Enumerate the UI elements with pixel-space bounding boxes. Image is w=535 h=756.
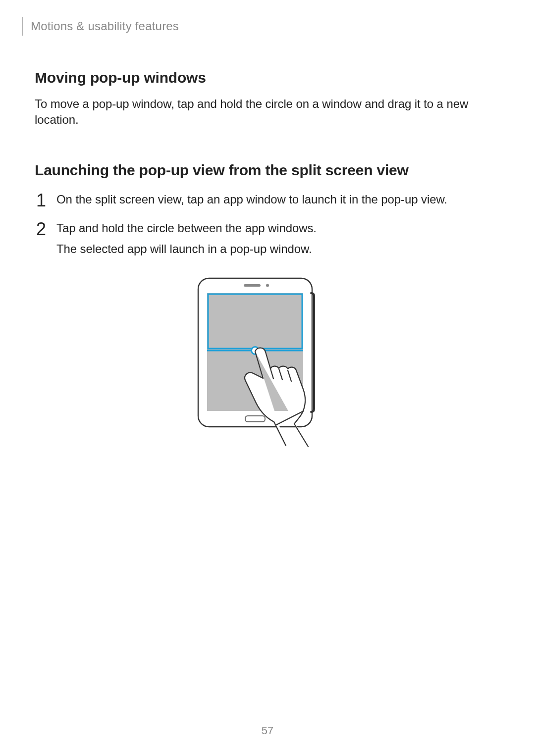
- page-number: 57: [0, 724, 535, 737]
- step-text: Tap and hold the circle between the app …: [56, 220, 500, 236]
- step-number: 1: [35, 192, 48, 209]
- svg-rect-1: [244, 284, 261, 287]
- steps-list: 1 On the split screen view, tap an app w…: [35, 192, 500, 257]
- breadcrumb-divider: [22, 17, 23, 36]
- step-text: The selected app will launch in a pop-up…: [56, 241, 500, 257]
- breadcrumb: Motions & usability features: [22, 17, 500, 36]
- paragraph-moving-popup: To move a pop-up window, tap and hold th…: [35, 96, 500, 128]
- svg-rect-5: [208, 294, 302, 349]
- step-number: 2: [35, 220, 48, 238]
- step-2: 2 Tap and hold the circle between the ap…: [35, 220, 500, 257]
- step-1: 1 On the split screen view, tap an app w…: [35, 192, 500, 209]
- svg-point-2: [266, 284, 269, 287]
- tablet-illustration-icon: [188, 273, 347, 452]
- breadcrumb-text: Motions & usability features: [31, 19, 179, 33]
- step-text: On the split screen view, tap an app win…: [56, 192, 500, 207]
- heading-launching-popup: Launching the pop-up view from the split…: [35, 162, 500, 179]
- figure-split-screen: [35, 273, 500, 452]
- svg-rect-3: [245, 416, 265, 422]
- heading-moving-popup: Moving pop-up windows: [35, 69, 500, 86]
